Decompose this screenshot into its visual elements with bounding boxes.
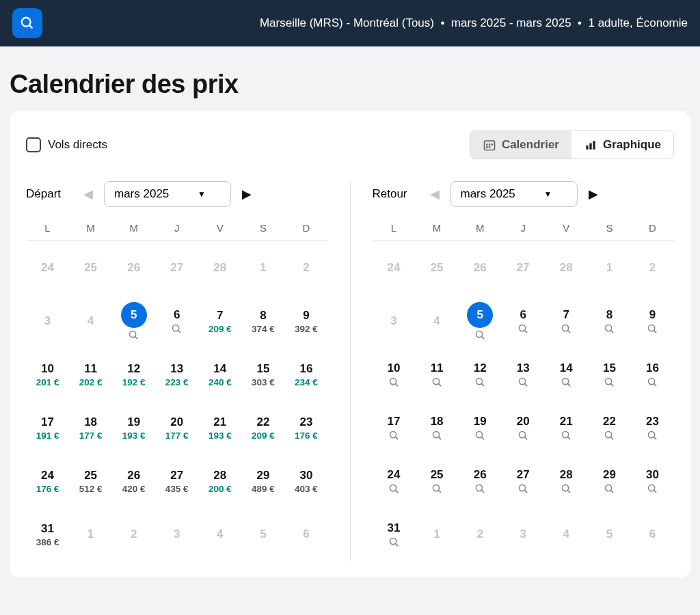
- day-number: 4: [217, 528, 223, 541]
- calendar-day[interactable]: 18: [416, 401, 459, 454]
- calendar-day: 25: [416, 241, 459, 295]
- calendar-day[interactable]: 6: [502, 295, 545, 348]
- calendar-day[interactable]: 23176 €: [284, 401, 327, 454]
- calendar-day[interactable]: 15: [588, 348, 631, 401]
- departure-label: Départ: [26, 187, 72, 201]
- calendar-day[interactable]: 21: [545, 401, 588, 454]
- calendar-day: 26: [459, 241, 502, 295]
- day-number: 27: [517, 261, 530, 275]
- day-number: 5: [260, 528, 266, 541]
- search-icon: [20, 16, 35, 31]
- calendar-day[interactable]: 22: [588, 401, 631, 454]
- calendar-day[interactable]: 19193 €: [112, 401, 155, 454]
- calendar-day[interactable]: 19: [459, 401, 502, 454]
- day-number: 8: [606, 308, 612, 322]
- svg-point-59: [519, 484, 525, 491]
- calendar-day[interactable]: 13: [502, 348, 545, 401]
- calendar-day[interactable]: 25: [416, 454, 459, 508]
- calendar-day: 1: [416, 508, 459, 561]
- departure-grid: 24252627281234567209 €8374 €9392 €10201 …: [26, 241, 328, 561]
- calendar-day[interactable]: 18177 €: [69, 401, 112, 454]
- calendar-day[interactable]: 31386 €: [26, 508, 69, 561]
- calendar-day[interactable]: 26420 €: [112, 454, 155, 508]
- calendar-day[interactable]: 26: [459, 454, 502, 508]
- calendar-day[interactable]: 14240 €: [198, 348, 241, 401]
- calendar-day[interactable]: 20177 €: [155, 401, 198, 454]
- calendar-day[interactable]: 9392 €: [284, 295, 327, 348]
- calendar-day[interactable]: 24: [373, 454, 416, 508]
- svg-point-63: [605, 484, 611, 491]
- calendar-day[interactable]: 30403 €: [284, 454, 327, 508]
- calendar-day[interactable]: 15303 €: [241, 348, 284, 401]
- search-price-icon: [647, 377, 658, 388]
- calendar-day[interactable]: 17: [373, 401, 416, 454]
- calendar-day[interactable]: 10201 €: [26, 348, 69, 401]
- day-number: 26: [127, 261, 140, 275]
- calendar-day[interactable]: 10: [373, 348, 416, 401]
- search-price-icon: [431, 483, 443, 495]
- view-tab-chart[interactable]: Graphique: [571, 131, 673, 159]
- calendar-day[interactable]: 24176 €: [26, 454, 69, 508]
- departure-month-select[interactable]: mars 2025 ▼: [104, 181, 231, 207]
- next-month-departure[interactable]: ▶: [238, 184, 256, 204]
- calendar-day[interactable]: 27435 €: [155, 454, 198, 508]
- svg-line-16: [481, 336, 484, 339]
- calendar-day[interactable]: 29: [588, 454, 631, 508]
- calendar-day[interactable]: 21193 €: [198, 401, 241, 454]
- dow-label: S: [588, 222, 631, 234]
- calendar-day[interactable]: 6: [155, 295, 198, 348]
- calendar-day[interactable]: 11202 €: [69, 348, 112, 401]
- svg-rect-8: [586, 146, 588, 150]
- calendar-day[interactable]: 12192 €: [112, 348, 155, 401]
- calendar-day[interactable]: 16: [631, 348, 674, 401]
- day-number: 30: [646, 468, 659, 482]
- day-price: 489 €: [252, 484, 275, 494]
- calendar-day[interactable]: 7209 €: [198, 295, 241, 348]
- calendar-day[interactable]: 5: [459, 295, 502, 348]
- svg-point-39: [390, 431, 396, 437]
- return-month-select[interactable]: mars 2025 ▼: [450, 181, 578, 207]
- calendar-day[interactable]: 20: [502, 401, 545, 454]
- prev-month-departure[interactable]: ◀: [79, 184, 97, 204]
- day-number: 4: [563, 528, 569, 541]
- calendar-day[interactable]: 13223 €: [155, 348, 198, 401]
- svg-point-37: [648, 378, 654, 384]
- calendar-day[interactable]: 9: [631, 295, 674, 348]
- calendar-day: 3: [373, 295, 416, 348]
- day-number: 7: [563, 308, 569, 322]
- prev-month-return[interactable]: ◀: [426, 184, 444, 204]
- view-toggle: Calendrier Graphique: [470, 131, 674, 159]
- calendar-day: 5: [588, 508, 631, 561]
- calendar-day[interactable]: 30: [631, 454, 674, 508]
- calendar-day[interactable]: 29489 €: [241, 454, 284, 508]
- calendar-day[interactable]: 28: [545, 454, 588, 508]
- calendar-day[interactable]: 11: [416, 348, 459, 401]
- direct-flights-checkbox[interactable]: Vols directs: [26, 137, 107, 152]
- calendar-day[interactable]: 7: [545, 295, 588, 348]
- svg-line-40: [395, 437, 398, 439]
- calendar-day[interactable]: 17191 €: [26, 401, 69, 454]
- calendar-day: 2: [112, 508, 155, 561]
- day-number: 3: [520, 528, 526, 541]
- calendar-day[interactable]: 27: [502, 454, 545, 508]
- calendar-day[interactable]: 25512 €: [69, 454, 112, 508]
- calendar-day[interactable]: 12: [459, 348, 502, 401]
- day-price: 223 €: [165, 377, 189, 387]
- calendar-day[interactable]: 16234 €: [284, 348, 327, 401]
- view-tab-calendar[interactable]: Calendrier: [470, 131, 571, 159]
- search-button[interactable]: [12, 8, 42, 38]
- calendar-day[interactable]: 8: [588, 295, 631, 348]
- svg-line-14: [178, 330, 181, 333]
- calendar-day[interactable]: 28200 €: [198, 454, 241, 508]
- calendar-day[interactable]: 8374 €: [241, 295, 284, 348]
- calendar-day[interactable]: 22209 €: [241, 401, 284, 454]
- svg-line-54: [395, 490, 398, 493]
- dow-label: M: [459, 222, 502, 234]
- search-summary[interactable]: Marseille (MRS) - Montréal (Tous) • mars…: [55, 16, 688, 30]
- calendar-day[interactable]: 5: [112, 295, 155, 348]
- next-month-return[interactable]: ▶: [584, 184, 602, 204]
- svg-line-64: [611, 490, 614, 493]
- calendar-day[interactable]: 23: [631, 401, 674, 454]
- calendar-day[interactable]: 31: [373, 508, 416, 561]
- calendar-day[interactable]: 14: [545, 348, 588, 401]
